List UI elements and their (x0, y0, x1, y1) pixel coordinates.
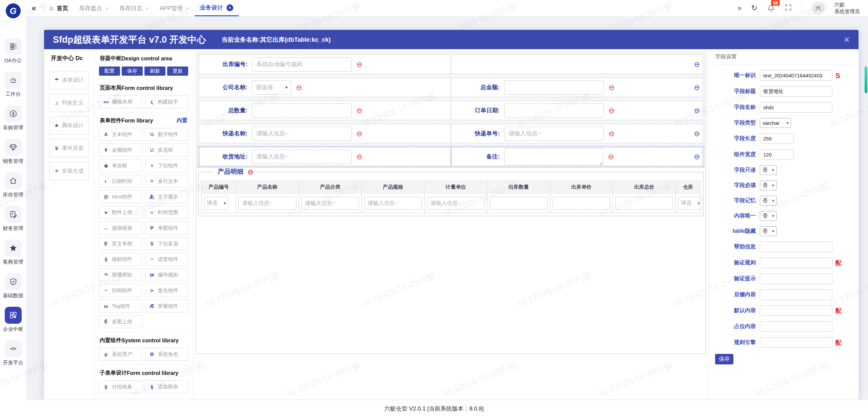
field-input[interactable] (252, 150, 352, 164)
library-item[interactable]: @Html控件 (99, 190, 142, 203)
remove-field-icon[interactable]: ⊖ (296, 84, 302, 91)
field-input[interactable] (504, 80, 604, 95)
collapse-tabs-icon[interactable]: « (32, 3, 36, 13)
table-cell[interactable] (425, 193, 487, 213)
field-input[interactable] (504, 127, 604, 141)
table-cell[interactable] (361, 193, 424, 213)
library-item[interactable]: ~扫码组件 (99, 284, 142, 297)
library-item[interactable]: ↔超级链接 (99, 222, 142, 234)
table-cell[interactable] (613, 193, 675, 213)
remove-row-icon[interactable]: ⊖ (694, 60, 700, 69)
remove-field-icon[interactable]: ⊖ (356, 130, 362, 137)
library-item[interactable]: Ê多图上传 (99, 315, 142, 328)
remove-field-icon[interactable]: ⊖ (609, 84, 615, 91)
remove-field-icon[interactable]: ⊖ (356, 107, 362, 114)
dev-center-button-0[interactable]: ☂表单设计 (49, 71, 89, 89)
library-item[interactable]: ωTag组件 (99, 300, 142, 312)
sidebar-item-8[interactable]: 企业中枢 (0, 307, 26, 333)
field-input[interactable] (252, 103, 352, 118)
action-button-0[interactable]: 配置 (99, 67, 120, 76)
canvas-row-2[interactable]: 总数量:⊖订单日期:⊖⊖ (198, 100, 704, 121)
canvas-cell[interactable] (451, 55, 703, 74)
remove-row-icon[interactable]: ⊖ (694, 107, 700, 115)
library-item[interactable]: §分组线条 (99, 380, 142, 393)
remove-field-icon[interactable]: ⊖ (356, 61, 362, 68)
refresh-icon[interactable]: ↻ (751, 4, 757, 12)
settings-select[interactable]: 否▾ (760, 196, 777, 206)
table-cell[interactable]: 请选▾ (202, 193, 236, 213)
action-button-3[interactable]: 更新 (167, 67, 188, 76)
remove-row-icon[interactable]: ⊖ (694, 153, 700, 161)
library-item[interactable]: あ文字显示 (145, 190, 189, 203)
notifications-button[interactable]: 58 (767, 4, 775, 12)
library-item[interactable]: ~进度组件 (145, 253, 189, 266)
canvas-cell[interactable]: 订单日期:⊖ (451, 101, 703, 120)
builtin-link[interactable]: 内置 (177, 117, 188, 124)
canvas-cell[interactable]: 公司名称:请选择▾⊖ (199, 78, 451, 97)
table-cell[interactable] (487, 193, 550, 213)
sidebar-item-2[interactable]: $采购管理 (0, 105, 26, 131)
tab-0[interactable]: ⌂首页 (44, 0, 74, 16)
library-item[interactable]: =多行文本 (145, 175, 189, 188)
canvas-cell[interactable]: 总金额:⊖ (451, 78, 703, 97)
tab-close-icon[interactable]: × (186, 5, 189, 11)
canvas-cell[interactable]: 备注:⊖ (451, 147, 703, 166)
remove-subtable-icon[interactable]: ⊖ (248, 168, 254, 175)
sidebar-item-7[interactable]: 基础数据 (0, 273, 26, 299)
table-cell-input[interactable] (301, 197, 359, 210)
settings-input[interactable] (760, 102, 832, 113)
table-cell[interactable]: 请选▾ (676, 193, 701, 213)
sidebar-item-5[interactable]: ?财务管理 (0, 206, 26, 232)
canvas-cell[interactable]: 快递名称:⊖ (199, 124, 451, 143)
table-cell-input[interactable] (238, 197, 296, 210)
canvas-row-0[interactable]: 出库编号:⊖⊖ (198, 54, 704, 75)
settings-input[interactable] (760, 337, 832, 348)
settings-input[interactable] (760, 305, 832, 316)
remove-row-icon[interactable]: ⊖ (694, 83, 700, 92)
table-cell-input[interactable] (427, 197, 485, 210)
table-cell-input[interactable] (615, 197, 673, 210)
library-item[interactable]: §级联组件 (99, 253, 142, 266)
sidebar-item-1[interactable]: 工作台 (0, 72, 26, 97)
tab-close-badge-icon[interactable]: × (226, 4, 233, 11)
config-link[interactable]: 配 (835, 339, 842, 347)
library-item[interactable]: ◐日期时间 (99, 175, 142, 188)
dev-center-button-1[interactable]: ♫列表定义 (49, 94, 89, 112)
canvas-row-1[interactable]: 公司名称:请选择▾⊖总金额:⊖⊖ (198, 77, 704, 98)
settings-input[interactable] (760, 242, 832, 252)
form-root-container[interactable]: 出库编号:⊖⊖公司名称:请选择▾⊖总金额:⊖⊖总数量:⊖订单日期:⊖⊖快递名称:… (196, 52, 706, 354)
settings-input[interactable] (760, 321, 832, 332)
tab-2[interactable]: 库存日志× (114, 0, 154, 16)
settings-input[interactable] (760, 70, 832, 81)
library-item[interactable]: ◉单选框 (99, 159, 142, 172)
settings-select[interactable]: varchar▾ (760, 118, 791, 128)
remove-field-icon[interactable]: ⊖ (609, 130, 615, 137)
avatar[interactable]: 六 (811, 1, 825, 15)
library-item[interactable]: ≻签名组件 (145, 284, 189, 297)
library-item[interactable]: ☑多选框 (145, 144, 189, 156)
settings-input[interactable] (760, 86, 832, 97)
settings-select[interactable]: 否▾ (760, 211, 777, 221)
settings-select[interactable]: 否▾ (760, 165, 777, 175)
dev-center-button-2[interactable]: ★脚本设计 (49, 116, 89, 135)
field-textarea[interactable] (504, 148, 603, 165)
library-item[interactable]: «»栅格布局 (99, 95, 142, 108)
settings-input[interactable] (760, 133, 794, 144)
remove-field-icon[interactable]: ⊖ (608, 153, 614, 160)
field-select[interactable]: 请选择▾ (252, 80, 291, 95)
remove-field-icon[interactable]: ⊖ (609, 107, 615, 114)
library-item[interactable]: P单图组件 (145, 222, 189, 234)
field-input[interactable] (504, 103, 604, 118)
tab-1[interactable]: 库存盘点× (74, 0, 114, 16)
settings-input[interactable] (760, 289, 832, 300)
library-item[interactable]: Æ穿梭组件 (145, 300, 189, 312)
action-button-1[interactable]: 保存 (122, 67, 143, 76)
tab-close-icon[interactable]: × (146, 5, 149, 11)
expand-tabs-icon[interactable]: » (737, 4, 742, 12)
library-item[interactable]: ς构建助手 (145, 95, 189, 108)
sidebar-item-6[interactable]: 客商管理 (0, 240, 26, 265)
field-input[interactable] (252, 127, 352, 141)
field-input[interactable] (252, 57, 352, 72)
library-item[interactable]: ➤附件上传 (99, 206, 142, 219)
library-item[interactable]: S下拉多选 (145, 237, 189, 250)
